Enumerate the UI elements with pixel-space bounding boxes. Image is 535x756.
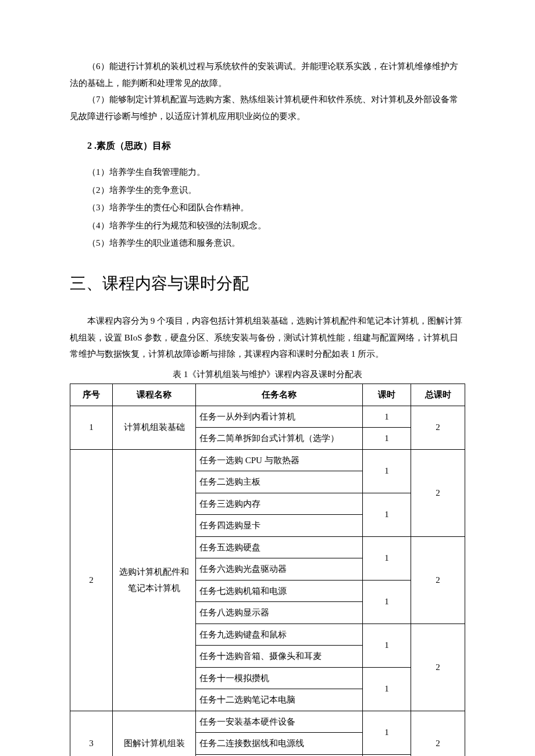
th-task: 任务名称 — [196, 384, 363, 406]
cell-task: 任务二简单拆卸台式计算机（选学） — [196, 428, 363, 450]
cell-hours: 1 — [363, 493, 411, 536]
table-row: 2 选购计算机配件和笔记本计算机 任务一选购 CPU 与散热器 1 2 — [70, 449, 465, 471]
cell-task: 任务八选购显示器 — [196, 602, 363, 624]
th-seq: 序号 — [70, 384, 113, 406]
cell-hours: 1 — [363, 580, 411, 624]
th-hours: 课时 — [363, 384, 411, 406]
cell-task: 任务十选购音箱、摄像头和耳麦 — [196, 646, 363, 668]
cell-hours: 1 — [363, 711, 411, 754]
cell-task: 任务一安装基本硬件设备 — [196, 711, 363, 733]
cell-task: 任务十一模拟攒机 — [196, 667, 363, 689]
cell-task: 任务六选购光盘驱动器 — [196, 558, 363, 581]
cell-task: 任务三选购内存 — [196, 493, 363, 515]
cell-task: 任务五选购硬盘 — [196, 536, 363, 558]
th-total: 总课时 — [411, 384, 465, 406]
th-course: 课程名称 — [113, 384, 196, 406]
cell-total: 2 — [411, 536, 465, 624]
table-header-row: 序号 课程名称 任务名称 课时 总课时 — [70, 384, 465, 406]
cell-hours: 1 — [363, 624, 411, 667]
cell-seq: 3 — [70, 711, 113, 756]
table-caption: 表 1《计算机组装与维护》课程内容及课时分配表 — [70, 366, 465, 383]
cell-hours: 1 — [363, 428, 411, 450]
table-row: 1 计算机组装基础 任务一从外到内看计算机 1 2 — [70, 406, 465, 428]
table-row: 3 图解计算机组装 任务一安装基本硬件设备 1 2 — [70, 711, 465, 733]
cell-course: 选购计算机配件和笔记本计算机 — [113, 449, 196, 711]
cell-task: 任务一从外到内看计算机 — [196, 406, 363, 428]
section-2-heading: 2 .素质（思政）目标 — [87, 137, 465, 155]
cell-hours: 1 — [363, 449, 411, 493]
course-hours-table: 序号 课程名称 任务名称 课时 总课时 1 计算机组装基础 任务一从外到内看计算… — [70, 384, 465, 756]
cell-hours: 1 — [363, 667, 411, 711]
goal-item-1: （1）培养学生自我管理能力。 — [87, 164, 465, 181]
quality-goals-list: （1）培养学生自我管理能力。 （2）培养学生的竞争意识。 （3）培养学生的责任心… — [87, 164, 465, 252]
cell-hours: 1 — [363, 406, 411, 428]
cell-task: 任务一选购 CPU 与散热器 — [196, 449, 363, 471]
cell-seq: 2 — [70, 449, 113, 711]
cell-total: 2 — [411, 449, 465, 536]
goal-item-2: （2）培养学生的竞争意识。 — [87, 182, 465, 199]
cell-hours: 1 — [363, 536, 411, 580]
cell-task: 任务四选购显卡 — [196, 515, 363, 537]
cell-course: 图解计算机组装 — [113, 711, 196, 756]
cell-total: 2 — [411, 406, 465, 449]
section-3-paragraph: 本课程内容分为 9 个项目，内容包括计算机组装基础，选购计算机配件和笔记本计算机… — [70, 313, 465, 363]
cell-task: 任务二选购主板 — [196, 471, 363, 493]
section-3-heading: 三、课程内容与课时分配 — [70, 268, 465, 299]
cell-total: 2 — [411, 711, 465, 756]
goal-item-3: （3）培养学生的责任心和团队合作精神。 — [87, 199, 465, 216]
goal-item-4: （4）培养学生的行为规范和较强的法制观念。 — [87, 217, 465, 234]
cell-course: 计算机组装基础 — [113, 406, 196, 449]
goal-item-5: （5）培养学生的职业道德和服务意识。 — [87, 235, 465, 252]
cell-task: 任务七选购机箱和电源 — [196, 580, 363, 602]
cell-task: 任务二连接数据线和电源线 — [196, 733, 363, 755]
paragraph-7: （7）能够制定计算机配置与选购方案、熟练组装计算机硬件和软件系统、对计算机及外部… — [70, 91, 465, 124]
cell-total: 2 — [411, 624, 465, 711]
paragraph-6: （6）能进行计算机的装机过程与系统软件的安装调试。并能理论联系实践，在计算机维修… — [70, 58, 465, 91]
cell-seq: 1 — [70, 406, 113, 449]
cell-task: 任务九选购键盘和鼠标 — [196, 624, 363, 646]
cell-task: 任务十二选购笔记本电脑 — [196, 689, 363, 711]
